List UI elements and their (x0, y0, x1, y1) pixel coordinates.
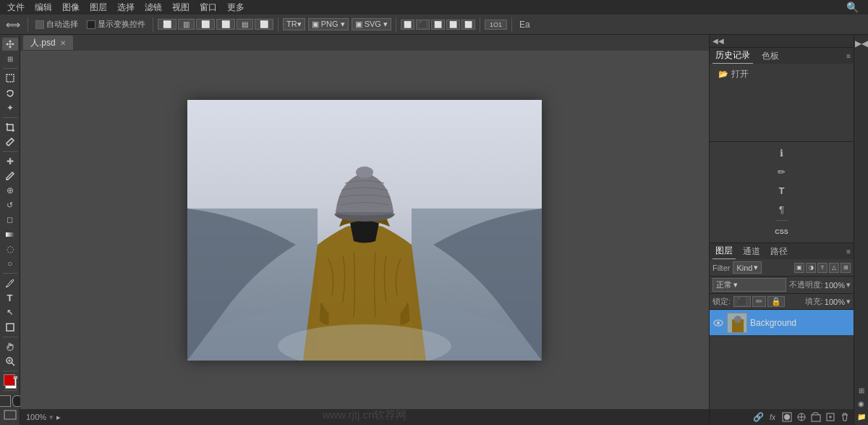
layer-delete-btn[interactable] (839, 411, 851, 423)
filter-pixel-btn[interactable]: ▣ (794, 263, 804, 273)
search-icon[interactable]: 🔍 (845, 0, 859, 14)
format-svg-dropdown[interactable]: ▣ SVG ▾ (352, 18, 391, 30)
blend-mode-dropdown[interactable]: 正常 ▾ (712, 278, 786, 292)
layer-new-btn[interactable] (825, 411, 836, 423)
show-transform-check[interactable] (87, 20, 95, 29)
brush-panel-icon[interactable]: ✏ (774, 164, 790, 180)
align-center-btn[interactable]: ▥ (178, 19, 195, 30)
history-item-open[interactable]: 📂 打开 (715, 67, 848, 82)
type-panel-icon[interactable]: T (774, 182, 790, 198)
far-right-folder-btn[interactable]: 📁 (856, 411, 867, 422)
size-btn-3[interactable]: ⬜ (431, 20, 445, 30)
align-bottom-btn[interactable]: ⬜ (255, 19, 273, 30)
menu-layer[interactable]: 图层 (85, 0, 111, 15)
tool-eraser[interactable]: ◻ (2, 214, 18, 227)
tab-close-btn[interactable]: ✕ (60, 39, 66, 47)
layers-tabs: 图层 通道 路径 ≡ (710, 243, 854, 259)
tool-gradient[interactable] (2, 228, 18, 241)
far-right-bottom-btn[interactable]: ⊞ (856, 384, 867, 396)
size-btn-5[interactable]: ⬜ (461, 20, 475, 30)
history-tab[interactable]: 历史记录 (712, 48, 753, 64)
tool-stamp[interactable]: ⊕ (2, 184, 18, 197)
toolbar-auto-select-checkbox[interactable]: 自动选择 (33, 17, 81, 31)
menu-more[interactable]: 更多 (223, 0, 249, 15)
tool-artboard[interactable]: ⊞ (2, 52, 18, 65)
btn-ioi[interactable]: 1O1 (485, 20, 507, 30)
tool-magic-wand[interactable]: ✦ (2, 101, 18, 114)
auto-select-check[interactable] (35, 20, 44, 29)
kind-dropdown[interactable]: Kind ▾ (733, 261, 762, 274)
menu-window[interactable]: 窗口 (195, 0, 221, 15)
tool-crop[interactable] (2, 121, 18, 134)
menu-edit[interactable]: 编辑 (30, 0, 56, 15)
align-right-btn[interactable]: ⬜ (196, 19, 215, 30)
filter-smart-btn[interactable]: ⊞ (841, 263, 851, 273)
tool-path-selection[interactable]: ↖ (2, 306, 18, 319)
tool-shape[interactable] (2, 321, 18, 334)
panel-collapse-icon[interactable]: ◀◀ (712, 37, 724, 45)
menu-file[interactable]: 文件 (3, 0, 29, 15)
far-right-eye-btn[interactable]: ◉ (856, 397, 867, 409)
tool-zoom[interactable] (2, 355, 18, 368)
color-indicator[interactable]: ⇄ (2, 374, 18, 387)
tab-psd[interactable]: 人.psd ✕ (23, 35, 73, 50)
tool-lasso[interactable] (2, 86, 18, 99)
tool-marquee[interactable] (2, 72, 18, 85)
size-btn-1[interactable]: ⬜ (401, 20, 414, 30)
layer-fx-btn[interactable]: fx (767, 411, 778, 423)
layers-tab-paths[interactable]: 路径 (767, 244, 791, 259)
info-panel-icon[interactable]: ℹ (774, 145, 790, 161)
css-panel-icon[interactable]: CSS (774, 224, 790, 240)
toolbar-show-transform[interactable]: 显示变换控件 (84, 17, 148, 31)
tool-text[interactable]: T (2, 291, 18, 304)
panel-menu-icon[interactable]: ≡ (846, 52, 851, 60)
tool-dodge[interactable]: ○ (2, 257, 18, 270)
tool-eyedropper[interactable] (2, 135, 18, 148)
paragraph-panel-icon[interactable]: ¶ (774, 201, 790, 217)
tool-blur[interactable]: ◌ (2, 243, 18, 256)
menu-select[interactable]: 选择 (113, 0, 139, 15)
layers-tab-layers[interactable]: 图层 (712, 243, 736, 259)
lock-transparent-btn[interactable]: ⬛ (733, 296, 751, 307)
size-btn-2[interactable]: ⬛ (416, 20, 430, 30)
size-btn-4[interactable]: ⬜ (446, 20, 460, 30)
normal-mode-btn[interactable] (0, 395, 11, 407)
fill-arrow[interactable]: ▾ (846, 297, 851, 306)
layer-mask-btn[interactable] (781, 411, 793, 423)
menu-image[interactable]: 图像 (58, 0, 84, 15)
tool-hand[interactable] (2, 340, 18, 353)
tool-history-brush[interactable]: ↺ (2, 198, 18, 211)
fill-value[interactable]: 100% (825, 298, 845, 306)
canvas-container[interactable] (20, 51, 709, 409)
align-left-btn[interactable]: ⬜ (158, 19, 176, 30)
format-tr-dropdown[interactable]: TR▾ (283, 18, 305, 30)
lock-image-btn[interactable]: ✏ (752, 296, 766, 307)
tool-heal[interactable]: ✚ (2, 155, 18, 168)
layers-panel-menu[interactable]: ≡ (846, 248, 851, 256)
swatches-tab[interactable]: 色板 (759, 49, 782, 64)
filter-adj-btn[interactable]: ◑ (806, 263, 816, 273)
switch-colors-icon[interactable]: ⇄ (13, 374, 18, 381)
tool-move[interactable] (2, 38, 18, 51)
align-top-btn[interactable]: ⬜ (216, 19, 235, 30)
layers-tab-channels[interactable]: 通道 (740, 244, 763, 259)
opacity-value[interactable]: 100% (825, 281, 845, 290)
filter-shape-btn[interactable]: △ (829, 263, 839, 273)
align-middle-btn[interactable]: ▤ (237, 19, 253, 30)
right-panel: ◀◀ 历史记录 色板 ≡ 📂 打开 ℹ ✏ T (709, 35, 854, 425)
screen-mode-btn[interactable] (4, 410, 17, 422)
menu-view[interactable]: 视图 (168, 0, 194, 15)
filter-text-btn[interactable]: T (817, 263, 827, 273)
format-png-dropdown[interactable]: ▣ PNG ▾ (308, 18, 349, 30)
tool-brush[interactable] (2, 169, 18, 182)
opacity-arrow[interactable]: ▾ (846, 280, 851, 290)
far-right-top-btn[interactable]: ▶◀ (856, 38, 867, 49)
layer-item-background[interactable]: Background (710, 310, 854, 336)
lock-position-btn[interactable]: 🔒 (767, 296, 785, 307)
layer-group-btn[interactable] (810, 411, 822, 423)
layer-adj-btn[interactable] (796, 411, 807, 423)
layer-visibility-eye[interactable] (712, 317, 724, 329)
layer-link-btn[interactable]: 🔗 (752, 411, 764, 423)
tool-pen[interactable] (2, 277, 18, 290)
menu-filter[interactable]: 滤镜 (140, 0, 166, 15)
